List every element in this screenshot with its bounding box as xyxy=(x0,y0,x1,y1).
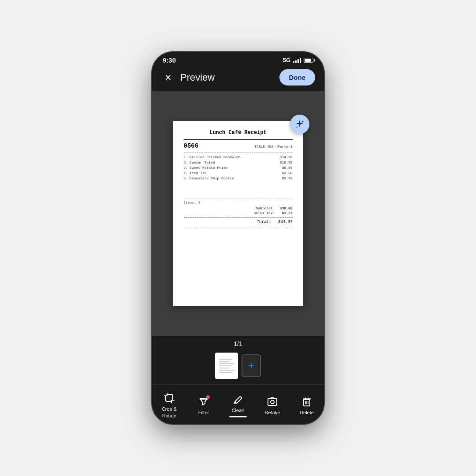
receipt-item: 5. Chocolate Chip Cookie $3.25 xyxy=(184,176,293,180)
add-page-button[interactable]: + xyxy=(242,354,261,377)
sparkle-button[interactable] xyxy=(290,115,309,134)
tax-label: Sales Tax: xyxy=(253,211,275,215)
svg-point-2 xyxy=(271,400,274,404)
filter-icon xyxy=(197,395,210,408)
phone-frame: 9:30 5G ✕ Preview Done Lunch Café Receip… xyxy=(152,52,324,424)
signal-icon xyxy=(293,58,301,63)
tax-value: $3.37 xyxy=(282,211,292,215)
clean-icon xyxy=(232,393,244,405)
receipt-item: 2. Caesar Salad $10.25 xyxy=(184,160,293,164)
receipt-item: 1. Grilled Chicken Sandwich $14.50 xyxy=(184,155,293,159)
retake-icon xyxy=(266,395,279,408)
document-container: Lunch Café Receipt 0566 TABLE 482 #Party… xyxy=(173,121,303,306)
total-value: $41.37 xyxy=(278,220,292,224)
svg-rect-1 xyxy=(268,398,277,405)
status-time: 9:30 xyxy=(163,56,176,64)
battery-icon xyxy=(304,58,313,63)
crop-rotate-icon xyxy=(163,392,175,404)
receipt-summary: Items: 5 Subtotal $38.00 Sales Tax: $3.3… xyxy=(184,198,293,228)
page-counter: 1/1 xyxy=(152,336,324,350)
page-counter-text: 1/1 xyxy=(234,340,242,347)
retake-tool[interactable]: Retake xyxy=(258,394,286,417)
thumbnail-strip: + xyxy=(152,350,324,384)
header-title: Preview xyxy=(180,72,215,83)
bottom-toolbar: Crop &Rotate Filter Clean xyxy=(152,384,324,424)
status-icons: 5G xyxy=(283,57,313,63)
sparkle-icon xyxy=(294,119,305,130)
receipt-table-info: TABLE 482 #Party 1 xyxy=(254,145,292,149)
filter-label: Filter xyxy=(198,409,209,416)
thumbnail-item[interactable] xyxy=(215,353,238,379)
filter-badge xyxy=(206,395,210,399)
clean-tool[interactable]: Clean xyxy=(224,391,252,419)
done-button[interactable]: Done xyxy=(279,69,316,86)
receipt-title: Lunch Café Receipt xyxy=(184,130,293,136)
tax-row: Sales Tax: $3.37 xyxy=(184,211,293,215)
clean-label: Clean xyxy=(232,407,245,413)
document-paper: Lunch Café Receipt 0566 TABLE 482 #Party… xyxy=(173,121,303,306)
retake-label: Retake xyxy=(265,409,280,416)
app-header: ✕ Preview Done xyxy=(152,66,324,91)
header-left: ✕ Preview xyxy=(161,71,215,85)
subtotal-row: Subtotal $38.00 xyxy=(184,206,293,210)
preview-area: Lunch Café Receipt 0566 TABLE 482 #Party… xyxy=(152,91,324,336)
network-label: 5G xyxy=(283,57,290,63)
crop-rotate-label: Crop &Rotate xyxy=(162,406,177,419)
active-indicator xyxy=(229,416,247,417)
total-label: Total: xyxy=(257,220,271,224)
subtotal-value: $38.00 xyxy=(280,206,293,210)
receipt-order-number: 0566 xyxy=(184,142,199,149)
delete-label: Delete xyxy=(300,409,314,416)
subtotal-label: Subtotal xyxy=(256,206,272,210)
close-button[interactable]: ✕ xyxy=(161,71,175,85)
receipt-item: 4. Iced Tea $3.50 xyxy=(184,171,293,175)
total-row: Total: $41.37 xyxy=(184,220,293,224)
crop-rotate-tool[interactable]: Crop &Rotate xyxy=(155,390,183,420)
receipt-number-row: 0566 TABLE 482 #Party 1 xyxy=(184,142,293,149)
delete-tool[interactable]: Delete xyxy=(293,394,321,417)
receipt-totals: Subtotal $38.00 Sales Tax: $3.37 Total: … xyxy=(184,206,293,224)
receipt-items-count: Items: 5 xyxy=(184,201,293,205)
delete-icon xyxy=(301,395,313,408)
receipt-item: 3. Sweet Potato Fries $6.50 xyxy=(184,166,293,170)
camera-notch xyxy=(232,56,244,68)
filter-tool[interactable]: Filter xyxy=(190,394,218,417)
thumbnail-preview xyxy=(216,356,237,376)
receipt-items: 1. Grilled Chicken Sandwich $14.50 2. Ca… xyxy=(184,155,293,180)
